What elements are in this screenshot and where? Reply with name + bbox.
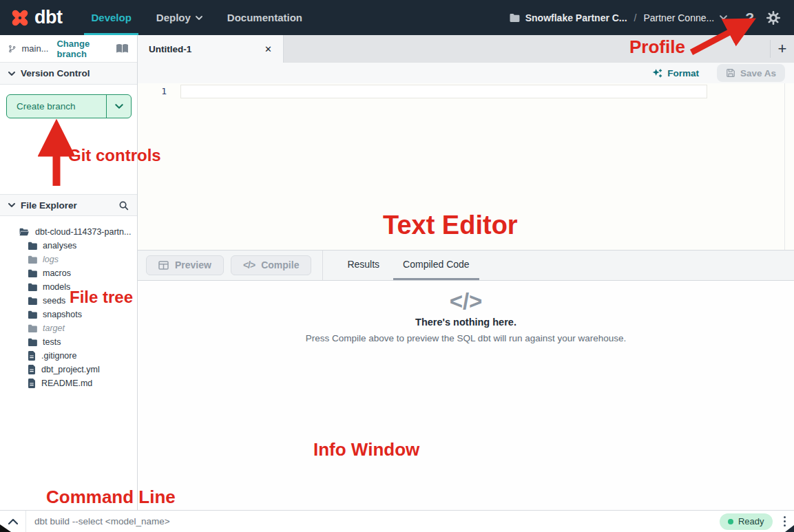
current-line-highlight[interactable] xyxy=(180,85,707,98)
create-branch-label: Create branch xyxy=(7,95,106,118)
preview-label: Preview xyxy=(175,259,211,270)
code-icon: </> xyxy=(450,289,483,314)
tree-item-seeds[interactable]: seeds xyxy=(0,294,137,308)
result-tabs: Results Compiled Code xyxy=(335,251,481,280)
file-icon xyxy=(28,379,36,388)
breadcrumb-separator: / xyxy=(633,12,638,23)
tree-item-label: target xyxy=(43,323,65,333)
version-control-body: Create branch xyxy=(0,85,137,194)
dbt-logo-icon xyxy=(10,8,30,28)
breadcrumb-environment: Partner Conne... xyxy=(643,12,714,23)
save-as-button[interactable]: Save As xyxy=(717,64,785,82)
change-branch-link[interactable]: Change branch xyxy=(56,39,110,59)
compile-label: Compile xyxy=(261,259,299,270)
code-icon: </> xyxy=(243,259,255,270)
settings-gear-button[interactable] xyxy=(766,11,780,25)
tree-item-label: README.md xyxy=(41,379,92,388)
book-icon xyxy=(116,43,129,54)
result-panel-actions: Preview </> Compile Results Compiled Cod… xyxy=(138,250,794,281)
dbt-logo-text: dbt xyxy=(34,7,62,28)
search-icon xyxy=(118,200,129,211)
save-icon xyxy=(726,68,735,78)
tree-item-label: snapshots xyxy=(43,310,82,319)
version-control-header[interactable]: Version Control xyxy=(0,63,137,85)
version-control-title: Version Control xyxy=(21,68,90,78)
dbt-logo[interactable]: dbt xyxy=(10,0,62,35)
docs-book-button[interactable] xyxy=(116,43,129,54)
nav-documentation-label: Documentation xyxy=(227,12,302,23)
primary-nav: Develop Deploy Documentation xyxy=(79,0,315,35)
editor-column: Untitled-1 ✕ + Format xyxy=(138,35,794,510)
folder-icon xyxy=(28,283,37,291)
preview-button[interactable]: Preview xyxy=(146,255,224,275)
status-dot xyxy=(728,519,733,524)
chevron-up-icon xyxy=(8,519,18,524)
nav-deploy[interactable]: Deploy xyxy=(149,0,209,35)
file-icon xyxy=(28,351,36,361)
kebab-menu-icon[interactable] xyxy=(782,515,788,529)
navbar-right: Snowflake Partner C... / Partner Conne..… xyxy=(509,0,794,35)
tree-item-tests[interactable]: tests xyxy=(0,335,137,349)
tab-results-label: Results xyxy=(347,259,379,270)
sidebar: main... Change branch Version Control Cr… xyxy=(0,35,138,510)
tree-item-models[interactable]: models xyxy=(0,280,137,294)
file-search-button[interactable] xyxy=(118,200,129,211)
chevron-down-icon xyxy=(8,72,15,76)
new-tab-button[interactable]: + xyxy=(771,36,794,62)
tree-item-readme-md[interactable]: README.md xyxy=(0,376,137,390)
tree-item-target[interactable]: target xyxy=(0,321,137,335)
chevron-down-icon xyxy=(115,104,123,109)
folder-icon xyxy=(28,255,37,264)
tree-item-macros[interactable]: macros xyxy=(0,266,137,280)
chevron-down-icon xyxy=(720,15,727,20)
tree-item-label: .gitignore xyxy=(41,351,76,361)
current-branch-name: main... xyxy=(21,43,48,54)
create-branch-button[interactable]: Create branch xyxy=(6,94,132,118)
tree-item--gitignore[interactable]: .gitignore xyxy=(0,349,137,363)
help-button[interactable]: ? xyxy=(745,10,754,26)
folder-icon xyxy=(509,13,520,22)
folder-icon xyxy=(28,242,37,250)
create-branch-caret[interactable] xyxy=(106,95,131,118)
command-bar: dbt build --select <model_name> Ready xyxy=(0,510,794,532)
tab-results[interactable]: Results xyxy=(337,251,389,280)
folder-open-icon xyxy=(19,228,30,236)
folder-icon xyxy=(28,297,37,305)
tree-item-label: tests xyxy=(43,337,61,347)
file-icon xyxy=(28,365,36,374)
status-label: Ready xyxy=(738,516,764,526)
main-row: main... Change branch Version Control Cr… xyxy=(0,35,794,510)
text-editor[interactable]: 1 xyxy=(138,83,794,250)
file-explorer-header[interactable]: File Explorer xyxy=(0,194,137,216)
nav-documentation[interactable]: Documentation xyxy=(220,0,309,35)
nav-develop-label: Develop xyxy=(91,12,131,23)
format-button[interactable]: Format xyxy=(652,68,699,78)
command-bar-expand-button[interactable] xyxy=(0,511,26,532)
tree-item-dbt-cloud-114373-partn-[interactable]: dbt-cloud-114373-partn... xyxy=(0,225,137,239)
tab-compiled-code-label: Compiled Code xyxy=(403,259,470,270)
actions-divider xyxy=(322,251,323,280)
folder-icon xyxy=(28,338,37,346)
breadcrumb-project: Snowflake Partner C... xyxy=(525,12,627,23)
tab-strip-right: + xyxy=(770,35,794,62)
tree-item-label: models xyxy=(43,282,70,292)
tree-item-label: dbt_project.yml xyxy=(41,365,100,374)
tab-compiled-code[interactable]: Compiled Code xyxy=(393,251,479,280)
compile-button[interactable]: </> Compile xyxy=(231,255,311,275)
project-breadcrumb[interactable]: Snowflake Partner C... / Partner Conne..… xyxy=(509,12,727,23)
close-tab-icon[interactable]: ✕ xyxy=(264,44,272,54)
tab-untitled-1[interactable]: Untitled-1 ✕ xyxy=(138,35,284,63)
folder-icon xyxy=(28,269,37,277)
tree-item-logs[interactable]: logs xyxy=(0,253,137,266)
tree-item-dbt-project-yml[interactable]: dbt_project.yml xyxy=(0,363,137,376)
editor-toolbar: Format Save As xyxy=(138,63,794,83)
tree-item-snapshots[interactable]: snapshots xyxy=(0,308,137,321)
nav-develop[interactable]: Develop xyxy=(84,0,138,35)
command-input[interactable]: dbt build --select <model_name> xyxy=(34,516,170,526)
save-as-label: Save As xyxy=(740,68,776,78)
git-branch-icon xyxy=(8,43,16,54)
empty-state-subtitle: Press Compile above to preview the SQL d… xyxy=(306,333,627,343)
sparkle-icon xyxy=(652,68,662,78)
tree-item-analyses[interactable]: analyses xyxy=(0,239,137,253)
tab-title: Untitled-1 xyxy=(149,44,191,54)
